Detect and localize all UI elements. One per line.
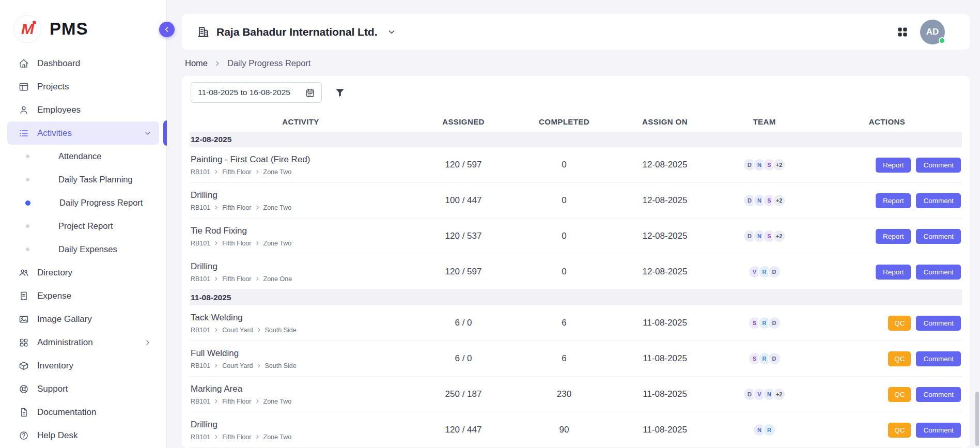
completed-cell: 0 bbox=[515, 160, 613, 170]
report-button[interactable]: Report bbox=[876, 158, 911, 173]
team-cell: DNS+2 bbox=[717, 194, 812, 207]
activity-title: Tack Welding bbox=[191, 313, 408, 323]
sidebar-subitem-label: Daily Progress Report bbox=[59, 198, 143, 208]
comment-button[interactable]: Comment bbox=[916, 351, 961, 366]
activities-icon bbox=[19, 128, 29, 138]
team-avatar[interactable]: D bbox=[768, 352, 781, 365]
comment-button[interactable]: Comment bbox=[916, 316, 961, 331]
date-range-input[interactable] bbox=[198, 88, 301, 97]
column-header-actions: ACTIONS bbox=[812, 117, 962, 126]
activity-title: Drilling bbox=[191, 261, 408, 272]
sidebar-subitem-label: Daily Task Planning bbox=[58, 175, 133, 184]
activity-row: Drilling RB101Fifth FloorZone Two 100 / … bbox=[190, 183, 962, 219]
breadcrumb: Home Daily Progress Report bbox=[185, 58, 970, 68]
team-overflow-badge[interactable]: +2 bbox=[772, 229, 786, 243]
actions-cell: ReportComment bbox=[812, 265, 962, 280]
comment-button[interactable]: Comment bbox=[916, 229, 961, 244]
user-avatar[interactable]: AD bbox=[920, 20, 945, 44]
bullet-icon bbox=[26, 224, 29, 228]
comment-button[interactable]: Comment bbox=[916, 193, 961, 208]
activity-title: Drilling bbox=[191, 190, 408, 200]
sidebar-item-administration[interactable]: Administration bbox=[7, 331, 159, 354]
qc-button[interactable]: QC bbox=[888, 351, 911, 366]
breadcrumb-home-link[interactable]: Home bbox=[185, 58, 208, 68]
report-button[interactable]: Report bbox=[876, 265, 911, 280]
location-segment: South Side bbox=[265, 362, 297, 369]
avatar-initials: AD bbox=[926, 27, 939, 37]
sidebar-item-projects[interactable]: Projects bbox=[7, 75, 159, 98]
sidebar-nav: DashboardProjectsEmployeesActivitiesAtte… bbox=[0, 43, 166, 447]
location-segment: Court Yard bbox=[222, 362, 253, 369]
filter-icon[interactable] bbox=[334, 87, 346, 98]
qc-button[interactable]: QC bbox=[888, 387, 911, 402]
team-overflow-badge[interactable]: +2 bbox=[772, 158, 786, 172]
assign-on-cell: 11-08-2025 bbox=[613, 425, 717, 435]
chevron-right-icon bbox=[255, 276, 260, 281]
comment-button[interactable]: Comment bbox=[916, 265, 961, 280]
sidebar-item-employees[interactable]: Employees bbox=[7, 98, 159, 121]
activity-title: Drilling bbox=[191, 420, 408, 430]
company-selector[interactable]: Raja Bahadur International Ltd. bbox=[197, 26, 396, 38]
sidebar-item-label: Directory bbox=[37, 268, 152, 278]
sidebar-item-image-gallary[interactable]: Image Gallary bbox=[7, 307, 159, 331]
date-range-picker[interactable] bbox=[191, 82, 322, 103]
apps-grid-icon[interactable] bbox=[896, 26, 909, 38]
sidebar-item-inventory[interactable]: Inventory bbox=[7, 354, 159, 377]
sidebar-collapse-button[interactable] bbox=[159, 22, 175, 37]
scrollbar-thumb[interactable] bbox=[975, 392, 979, 446]
sidebar-item-expense[interactable]: Expense bbox=[7, 284, 159, 307]
report-button[interactable]: Report bbox=[876, 193, 911, 208]
chevron-right-icon bbox=[214, 276, 219, 281]
sidebar-item-dashboard[interactable]: Dashboard bbox=[7, 52, 159, 75]
report-button[interactable]: Report bbox=[876, 229, 911, 244]
completed-cell: 0 bbox=[515, 195, 613, 206]
sidebar-subitem-project-report[interactable]: Project Report bbox=[7, 214, 159, 238]
bullet-icon bbox=[26, 248, 29, 251]
team-avatar[interactable]: D bbox=[768, 316, 781, 330]
sidebar-subitem-daily-expenses[interactable]: Daily Expenses bbox=[7, 238, 159, 261]
activity-row: Drilling RB101Fifth FloorZone One 120 / … bbox=[190, 254, 962, 290]
sidebar-subitem-daily-progress-report[interactable]: Daily Progress Report bbox=[7, 191, 159, 214]
chevron-right-icon bbox=[257, 363, 261, 368]
assign-on-cell: 11-08-2025 bbox=[613, 389, 717, 399]
team-avatar[interactable]: D bbox=[768, 265, 781, 279]
activity-cell: Marking Area RB101Fifth FloorZone Two bbox=[190, 379, 412, 410]
company-name: Raja Bahadur International Ltd. bbox=[216, 26, 378, 38]
chevron-down-icon bbox=[387, 27, 396, 37]
team-cell: NR bbox=[717, 423, 812, 437]
activity-row: Marking Area RB101Fifth FloorZone Two 25… bbox=[190, 377, 962, 412]
qc-button[interactable]: QC bbox=[888, 423, 911, 438]
assigned-cell: 250 / 187 bbox=[412, 389, 515, 399]
comment-button[interactable]: Comment bbox=[916, 423, 961, 438]
inventory-icon bbox=[19, 361, 29, 371]
sidebar-item-documentation[interactable]: Documentation bbox=[7, 400, 159, 424]
activity-cell: Drilling RB101Fifth FloorZone Two bbox=[190, 186, 412, 216]
sidebar-item-label: Employees bbox=[37, 105, 152, 115]
comment-button[interactable]: Comment bbox=[916, 387, 961, 402]
chevron-right-icon bbox=[255, 399, 260, 404]
assigned-cell: 100 / 447 bbox=[412, 195, 515, 206]
home-icon bbox=[19, 58, 29, 69]
team-avatar[interactable]: R bbox=[763, 423, 776, 437]
expense-icon bbox=[19, 291, 29, 301]
sidebar-item-support[interactable]: Support bbox=[7, 377, 159, 400]
team-overflow-badge[interactable]: +2 bbox=[772, 194, 786, 207]
actions-cell: QCComment bbox=[812, 316, 962, 331]
team-overflow-badge[interactable]: +2 bbox=[772, 388, 786, 401]
bullet-icon bbox=[26, 155, 29, 158]
location-segment: Fifth Floor bbox=[222, 434, 251, 441]
main-area: Raja Bahadur International Ltd. AD Home bbox=[167, 0, 980, 448]
sidebar-subitem-attendance[interactable]: Attendance bbox=[7, 145, 159, 168]
sidebar-item-directory[interactable]: Directory bbox=[7, 261, 159, 284]
date-group-row: 12-08-2025 bbox=[190, 132, 962, 147]
activity-cell: Tack Welding RB101Court YardSouth Side bbox=[190, 308, 412, 338]
sidebar-item-help-desk[interactable]: Help Desk bbox=[7, 424, 159, 447]
chevron-right-icon bbox=[255, 241, 260, 245]
qc-button[interactable]: QC bbox=[888, 316, 911, 331]
team-cell: DVN+2 bbox=[717, 388, 812, 401]
completed-cell: 6 bbox=[515, 318, 613, 328]
activity-location: RB101Court YardSouth Side bbox=[191, 362, 408, 369]
sidebar-item-activities[interactable]: Activities bbox=[7, 121, 159, 145]
sidebar-subitem-daily-task-planning[interactable]: Daily Task Planning bbox=[7, 168, 159, 191]
comment-button[interactable]: Comment bbox=[916, 158, 961, 173]
